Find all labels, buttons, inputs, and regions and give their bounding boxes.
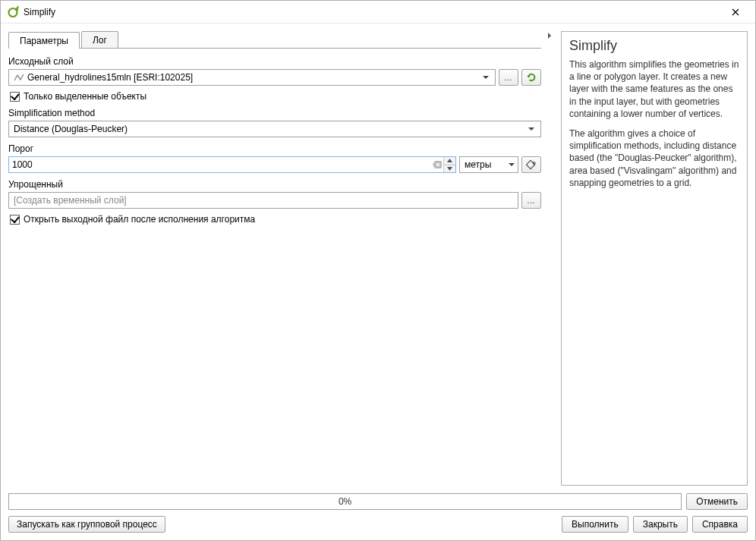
- unit-value: метры: [465, 159, 509, 170]
- browse-layer-button[interactable]: …: [499, 69, 518, 86]
- tabs-bar: Параметры Лог: [8, 31, 541, 49]
- selected-only-row[interactable]: Только выделенные объекты: [10, 91, 541, 102]
- data-defined-override-button[interactable]: [521, 156, 541, 173]
- window-title: Simplify: [24, 7, 720, 17]
- input-layer-label: Исходный слой: [8, 56, 541, 67]
- help-paragraph-2: The algorithm gives a choice of simplifi…: [569, 127, 739, 189]
- cancel-button[interactable]: Отменить: [686, 493, 748, 510]
- chevron-down-icon: [509, 159, 515, 170]
- selected-only-checkbox[interactable]: [10, 92, 20, 102]
- chevron-down-icon: [480, 74, 492, 80]
- tab-parameters[interactable]: Параметры: [8, 32, 80, 49]
- spin-down-button[interactable]: [444, 165, 455, 173]
- unit-combo[interactable]: метры: [459, 156, 518, 173]
- help-paragraph-1: This algorithm simplifies the geometries…: [569, 58, 739, 120]
- input-layer-row: General_hydrolines15mln [ESRI:102025] …: [8, 69, 541, 86]
- threshold-label: Порог: [8, 143, 541, 154]
- output-browse-button[interactable]: …: [521, 192, 541, 209]
- chevron-down-icon: [525, 126, 537, 132]
- tab-content-parameters: Исходный слой General_hydrolines15mln [E…: [8, 49, 541, 486]
- spin-up-button[interactable]: [444, 157, 455, 165]
- help-pane: Simplify This algorithm simplifies the g…: [561, 31, 748, 486]
- method-combo[interactable]: Distance (Douglas-Peucker): [8, 121, 541, 137]
- method-label: Simplification method: [8, 108, 541, 118]
- svg-rect-1: [526, 160, 534, 168]
- app-icon: [7, 6, 19, 18]
- help-title: Simplify: [569, 38, 739, 54]
- output-layer-input[interactable]: [Создать временный слой]: [8, 192, 518, 209]
- svg-point-0: [9, 8, 17, 17]
- tab-log[interactable]: Лог: [81, 31, 118, 48]
- right-buttons: Выполнить Закрыть Справка: [562, 516, 748, 533]
- output-placeholder: [Создать временный слой]: [14, 195, 127, 206]
- progress-row: 0% Отменить: [8, 493, 748, 510]
- output-label: Упрощенный: [8, 179, 541, 190]
- collapse-help-button[interactable]: [546, 31, 556, 486]
- line-layer-icon: [14, 72, 24, 83]
- output-row: [Создать временный слой] …: [8, 192, 541, 209]
- dialog-window: Simplify Параметры Лог Исходный слой: [0, 0, 756, 541]
- threshold-spinbox[interactable]: [8, 156, 456, 173]
- titlebar: Simplify: [1, 1, 755, 24]
- main-split: Параметры Лог Исходный слой General_hydr…: [8, 31, 748, 486]
- method-value: Distance (Douglas-Peucker): [14, 124, 525, 134]
- open-after-checkbox[interactable]: [10, 215, 20, 225]
- open-after-label: Открыть выходной файл после исполнения а…: [24, 214, 255, 225]
- threshold-input[interactable]: [9, 157, 431, 172]
- spin-arrows: [443, 157, 455, 172]
- close-icon[interactable]: [720, 2, 751, 23]
- bottom-row: Запускать как групповой процесс Выполнит…: [8, 516, 748, 533]
- open-after-row[interactable]: Открыть выходной файл после исполнения а…: [10, 214, 541, 225]
- run-button[interactable]: Выполнить: [562, 516, 628, 533]
- clear-icon[interactable]: [431, 161, 443, 168]
- progress-text: 0%: [339, 496, 351, 507]
- batch-process-button[interactable]: Запускать как групповой процесс: [8, 516, 165, 533]
- selected-only-label: Только выделенные объекты: [24, 91, 146, 102]
- help-button[interactable]: Справка: [692, 516, 748, 533]
- threshold-row: метры: [8, 156, 541, 173]
- input-layer-value: General_hydrolines15mln [ESRI:102025]: [27, 72, 480, 83]
- dialog-body: Параметры Лог Исходный слой General_hydr…: [1, 24, 755, 540]
- iterate-button[interactable]: [521, 69, 541, 86]
- left-pane: Параметры Лог Исходный слой General_hydr…: [8, 31, 541, 486]
- progress-bar: 0%: [8, 493, 682, 510]
- close-button[interactable]: Закрыть: [633, 516, 688, 533]
- input-layer-combo[interactable]: General_hydrolines15mln [ESRI:102025]: [8, 69, 496, 86]
- method-row: Distance (Douglas-Peucker): [8, 121, 541, 137]
